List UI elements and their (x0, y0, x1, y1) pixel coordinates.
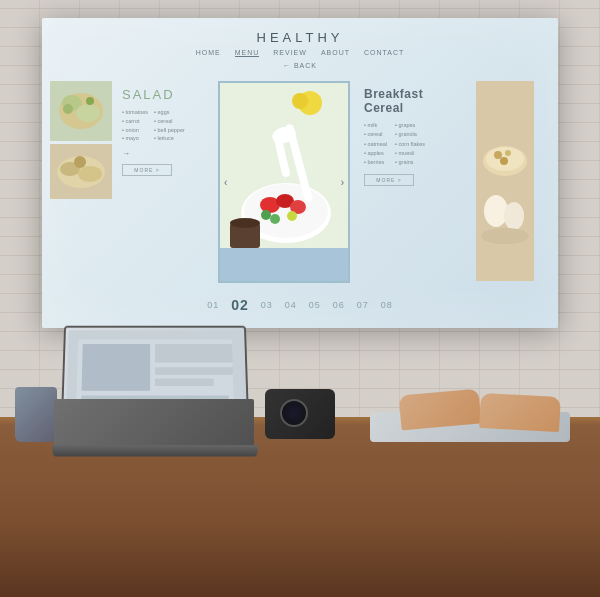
svg-point-19 (261, 210, 271, 220)
arrow-left-icon[interactable]: ‹ (224, 177, 227, 188)
svg-rect-26 (220, 248, 350, 283)
cereal-item: cereal (364, 130, 387, 139)
cereal-items: milk cereal oatmeal apples berries grape… (364, 121, 466, 168)
hand-right (479, 393, 561, 432)
salad-col-1: tomatoes carrot onion mayo (122, 108, 148, 143)
salad-item: carrot (122, 117, 148, 126)
cereal-item: milk (364, 121, 387, 130)
salad-arrow-right[interactable]: → (122, 149, 204, 158)
room-scene (0, 307, 600, 597)
svg-point-9 (78, 166, 102, 182)
svg-point-34 (504, 202, 524, 230)
svg-point-30 (494, 151, 502, 159)
projected-screen: HEALTHY HOME MENU REVIEW ABOUT CONTACT ←… (42, 18, 558, 328)
arrow-right-icon[interactable]: › (341, 177, 344, 188)
right-food-image (476, 81, 534, 283)
nav-contact[interactable]: CONTACT (364, 49, 404, 57)
back-button[interactable]: ← BACK (42, 60, 558, 71)
svg-rect-38 (82, 344, 151, 391)
svg-point-31 (505, 150, 511, 156)
cereal-item: oatmeal (364, 140, 387, 149)
svg-point-3 (76, 104, 100, 122)
salad-col-2: eggs cereal bell pepper lettuce (154, 108, 185, 143)
content-area: SALAD tomatoes carrot onion mayo eggs ce… (42, 77, 558, 287)
salad-item: bell pepper (154, 126, 185, 135)
salad-item: cereal (154, 117, 185, 126)
left-food-images (50, 81, 112, 283)
site-nav: HOME MENU REVIEW ABOUT CONTACT (42, 45, 558, 60)
svg-point-10 (74, 156, 86, 168)
svg-rect-39 (155, 344, 233, 362)
salad-item: mayo (122, 134, 148, 143)
food-image-bottom (50, 144, 112, 199)
cereal-item: apples (364, 149, 387, 158)
salad-item: eggs (154, 108, 185, 117)
salad-section: SALAD tomatoes carrot onion mayo eggs ce… (118, 81, 208, 283)
cereal-item: corn flakes (395, 140, 425, 149)
svg-point-21 (287, 211, 297, 221)
laptop-keyboard (54, 399, 254, 449)
hands-keyboard-area (340, 362, 570, 452)
hand-left (399, 389, 482, 431)
salad-items: tomatoes carrot onion mayo eggs cereal b… (122, 108, 204, 143)
svg-point-4 (63, 104, 73, 114)
nav-home[interactable]: HOME (196, 49, 221, 57)
cereal-more-button[interactable]: MORE > (364, 174, 414, 186)
cereal-title: Breakfast Cereal (364, 87, 466, 115)
salad-more-button[interactable]: MORE > (122, 164, 172, 176)
svg-rect-40 (155, 367, 233, 374)
salad-item: lettuce (154, 134, 185, 143)
cereal-item: granola (395, 130, 425, 139)
coffee-mug (15, 387, 57, 442)
salad-item: onion (122, 126, 148, 135)
food-image-top (50, 81, 112, 141)
salad-item: tomatoes (122, 108, 148, 117)
cereal-section: Breakfast Cereal milk cereal oatmeal app… (360, 81, 470, 283)
svg-point-35 (481, 228, 529, 244)
nav-review[interactable]: REVIEW (273, 49, 307, 57)
cereal-item: grapes (395, 121, 425, 130)
svg-point-20 (270, 214, 280, 224)
cereal-item: muesli (395, 149, 425, 158)
cereal-col-1: milk cereal oatmeal apples berries (364, 121, 387, 168)
camera (265, 389, 335, 439)
site-title: HEALTHY (42, 30, 558, 45)
svg-point-32 (500, 157, 508, 165)
nav-about[interactable]: ABOUT (321, 49, 350, 57)
svg-rect-27 (476, 81, 534, 281)
screen-header: HEALTHY HOME MENU REVIEW ABOUT CONTACT ←… (42, 18, 558, 77)
svg-rect-41 (155, 379, 214, 387)
svg-point-13 (292, 93, 308, 109)
svg-point-33 (484, 195, 508, 227)
cereal-item: berries (364, 158, 387, 167)
laptop-base (52, 445, 258, 457)
svg-point-5 (86, 97, 94, 105)
camera-lens (280, 399, 308, 427)
main-food-image: ‹ › (218, 81, 350, 283)
cereal-col-2: grapes granola corn flakes muesli grains (395, 121, 425, 168)
svg-point-25 (230, 218, 260, 228)
cereal-item: grains (395, 158, 425, 167)
nav-menu[interactable]: MENU (235, 49, 260, 57)
salad-title: SALAD (122, 87, 204, 102)
